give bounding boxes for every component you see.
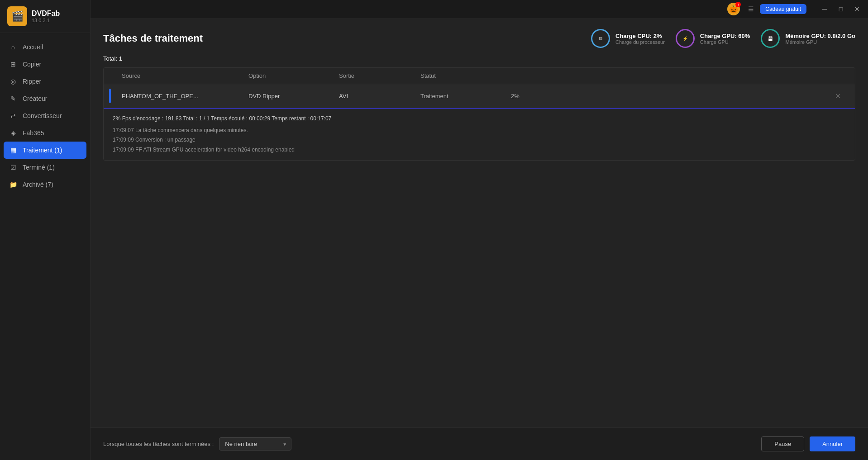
task-table: Source Option Sortie Statut PHANTOM_OF_T… [103, 67, 855, 161]
memory-metric: 💾 Mémoire GPU: 0.8/2.0 Go Mémoire GPU [761, 29, 855, 48]
sidebar-item-copier[interactable]: ⊞ Copier [0, 56, 90, 73]
sidebar-item-accueil[interactable]: ⌂ Accueil [0, 38, 90, 56]
table-header: Source Option Sortie Statut [104, 68, 855, 84]
sidebar-item-label: Créateur [23, 95, 47, 102]
sidebar-item-termine[interactable]: ☑ Terminé (1) [0, 159, 90, 176]
pause-button[interactable]: Pause [761, 436, 804, 451]
sidebar-item-convertisseur[interactable]: ⇄ Convertisseur [0, 107, 90, 124]
table-row: PHANTOM_OF_THE_OPE... DVD Ripper AVI Tra… [104, 84, 855, 108]
sidebar-item-label: Terminé (1) [23, 164, 55, 171]
header-statut: Statut [417, 72, 507, 79]
fab-icon: ◈ [9, 129, 17, 137]
mem-circle: 💾 [761, 29, 780, 48]
sidebar-item-archive[interactable]: 📁 Archivé (7) [0, 176, 90, 193]
log-line-2: 17:09:09 Conversion : un passage [113, 135, 846, 145]
action-select-wrapper: Ne rien faireÉteindreMettre en veilleFer… [219, 437, 291, 451]
completion-action: Lorsque toutes les tâches sont terminées… [103, 437, 291, 451]
sidebar-item-label: Ripper [23, 78, 41, 85]
bottom-bar: Lorsque toutes les tâches sont terminées… [91, 427, 868, 460]
gift-button[interactable]: Cadeau gratuit [760, 4, 806, 14]
convert-icon: ⇄ [9, 112, 17, 120]
sidebar-item-traitement[interactable]: ▦ Traitement (1) [4, 142, 86, 159]
mem-sub: Mémoire GPU [785, 39, 855, 45]
sidebar-nav: ⌂ Accueil ⊞ Copier ◎ Ripper ✎ Créateur ⇄… [0, 37, 90, 460]
log-line-1: 17:09:07 La tâche commencera dans quelqu… [113, 126, 846, 136]
metrics-panel: 🖥 Charge CPU: 2% Charge du processeur ⚡ … [591, 29, 855, 48]
log-line-3: 17:09:09 FF ATI Stream GPU acceleration … [113, 145, 846, 155]
page-header: Tâches de traitement 🖥 Charge CPU: 2% Ch… [103, 29, 855, 48]
cpu-title: Charge CPU: 2% [615, 33, 665, 39]
disc-icon: ◎ [9, 77, 17, 85]
mem-icon: 💾 [768, 36, 773, 41]
task-indicator [109, 89, 111, 103]
home-icon: ⌂ [9, 43, 17, 51]
gpu-icon: ⚡ [682, 36, 688, 41]
app-version: 13.0.3.1 [32, 18, 60, 23]
task-option: DVD Ripper [245, 93, 335, 100]
gpu-sub: Charge GPU [700, 39, 750, 45]
cpu-circle: 🖥 [591, 29, 610, 48]
gpu-title: Charge GPU: 60% [700, 33, 750, 39]
minimize-button[interactable]: ─ [817, 3, 832, 15]
sidebar-item-fab365[interactable]: ◈ Fab365 [0, 124, 90, 142]
sidebar-item-label: Accueil [23, 43, 43, 51]
edit-icon: ✎ [9, 95, 17, 103]
logo-icon: 🎬 [7, 6, 27, 26]
sidebar-item-label: Copier [23, 61, 41, 68]
action-select[interactable]: Ne rien faireÉteindreMettre en veilleFer… [219, 437, 291, 451]
titlebar: 🎃 ! ☰ Cadeau gratuit ─ □ ✕ [91, 0, 868, 18]
sidebar-item-label: Archivé (7) [23, 181, 53, 188]
total-label: Total: 1 [103, 55, 855, 62]
sidebar: 🎬 DVDFab 13.0.3.1 ⌂ Accueil ⊞ Copier ◎ R… [0, 0, 91, 460]
log-section: 2% Fps d'encodage : 191.83 Total : 1 / 1… [104, 108, 855, 160]
app-logo: 🎬 DVDFab 13.0.3.1 [0, 0, 90, 33]
notification-icon[interactable]: 🎃 ! [727, 3, 740, 15]
task-progress: 2% [507, 93, 831, 100]
gpu-metric: ⚡ Charge GPU: 60% Charge GPU [676, 29, 750, 48]
cancel-button[interactable]: Annuler [810, 436, 855, 451]
action-buttons: Pause Annuler [761, 436, 855, 451]
completion-label: Lorsque toutes les tâches sont terminées… [103, 441, 214, 447]
header-source: Source [118, 72, 245, 79]
sidebar-item-label: Traitement (1) [23, 147, 62, 154]
close-button[interactable]: ✕ [850, 3, 864, 15]
cpu-icon: 🖥 [598, 36, 603, 41]
page-title: Tâches de traitement [103, 33, 203, 44]
gpu-circle: ⚡ [676, 29, 695, 48]
task-statut: Traitement [417, 93, 507, 100]
main-area: 🎃 ! ☰ Cadeau gratuit ─ □ ✕ Tâches de tra… [91, 0, 868, 460]
task-sortie: AVI [335, 93, 417, 100]
copy-icon: ⊞ [9, 60, 17, 68]
maximize-button[interactable]: □ [834, 3, 848, 15]
hamburger-icon[interactable]: ☰ [744, 3, 758, 15]
header-sortie: Sortie [335, 72, 417, 79]
sidebar-item-createur[interactable]: ✎ Créateur [0, 90, 90, 107]
app-name: DVDFab [32, 9, 60, 18]
mem-title: Mémoire GPU: 0.8/2.0 Go [785, 33, 855, 39]
check-icon: ☑ [9, 163, 17, 171]
tasks-icon: ▦ [9, 146, 17, 154]
sidebar-item-ripper[interactable]: ◎ Ripper [0, 73, 90, 90]
sidebar-item-label: Fab365 [23, 129, 44, 137]
cpu-sub: Charge du processeur [615, 39, 665, 45]
content-area: Tâches de traitement 🖥 Charge CPU: 2% Ch… [91, 18, 868, 427]
notification-badge: ! [735, 2, 741, 7]
task-source: PHANTOM_OF_THE_OPE... [118, 93, 245, 100]
log-progress: 2% Fps d'encodage : 191.83 Total : 1 / 1… [113, 114, 846, 124]
archive-icon: 📁 [9, 180, 17, 189]
header-option: Option [245, 72, 335, 79]
sidebar-item-label: Convertisseur [23, 112, 62, 119]
cpu-metric: 🖥 Charge CPU: 2% Charge du processeur [591, 29, 665, 48]
task-close-button[interactable]: ✕ [831, 90, 844, 102]
